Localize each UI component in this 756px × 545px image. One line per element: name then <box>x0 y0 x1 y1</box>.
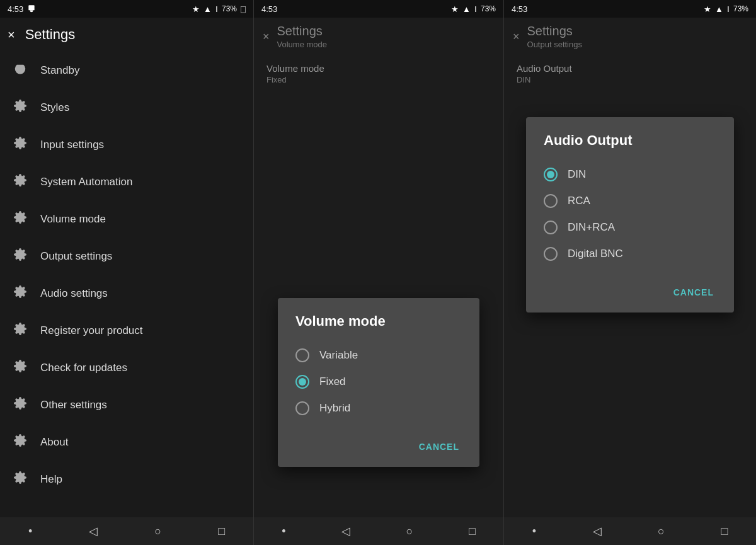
radio-digital-bnc[interactable]: Digital BNC <box>544 241 716 267</box>
settings-item-standby[interactable]: Standby <box>0 52 253 89</box>
volume-mode-dialog-title: Volume mode <box>295 313 462 330</box>
radio-hybrid[interactable]: Hybrid <box>295 395 462 422</box>
close-button-3[interactable]: × <box>513 30 520 43</box>
battery-text-2: 73% <box>481 4 496 13</box>
nav-home-1[interactable]: ○ <box>154 525 161 538</box>
status-time-2: 4:53 <box>261 4 277 14</box>
nav-back-1[interactable]: ◁ <box>89 524 98 538</box>
panel3-header: × Settings Output settings <box>504 18 756 55</box>
standby-label: Standby <box>40 64 79 77</box>
settings-list: Standby Styles Input settings System Aut… <box>0 52 253 517</box>
status-time-1: 4:53 <box>8 4 36 14</box>
settings-item-styles[interactable]: Styles <box>0 89 253 126</box>
wifi-icon: ▲ <box>203 4 212 14</box>
audio-output-setting-value: DIN <box>517 75 743 84</box>
panel3-title: Settings <box>527 24 582 38</box>
radio-circle-hybrid <box>295 401 309 415</box>
volume-mode-setting-name: Volume mode <box>266 63 491 74</box>
nav-back-3[interactable]: ◁ <box>593 524 602 538</box>
panel-output-settings: 4:53 ★ ▲ Ⅰ 73% × Settings Output setting… <box>504 0 756 545</box>
bluetooth-icon: ★ <box>192 4 200 14</box>
check-updates-label: Check for updates <box>40 362 127 374</box>
settings-item-input[interactable]: Input settings <box>0 126 253 163</box>
panel2-subtitle: Volume mode <box>277 38 328 49</box>
nav-home-3[interactable]: ○ <box>658 525 665 538</box>
panel2-header: × Settings Volume mode <box>254 18 503 55</box>
signal-icon: Ⅰ <box>215 4 218 14</box>
other-settings-label: Other settings <box>40 399 107 411</box>
nav-dot-3[interactable]: • <box>532 525 536 538</box>
svg-rect-0 <box>29 5 35 10</box>
input-settings-label: Input settings <box>40 139 104 151</box>
about-gear-icon <box>13 433 28 450</box>
settings-item-about[interactable]: About <box>0 423 253 461</box>
radio-variable[interactable]: Variable <box>295 342 462 369</box>
radio-din[interactable]: DIN <box>544 161 716 188</box>
radio-circle-variable <box>295 348 309 362</box>
settings-item-register[interactable]: Register your product <box>0 312 253 349</box>
nav-square-1[interactable]: □ <box>218 525 225 538</box>
panel1-header: × Settings <box>0 18 253 52</box>
volume-gear-icon <box>13 210 28 227</box>
radio-rca[interactable]: RCA <box>544 188 716 214</box>
close-button-1[interactable]: × <box>8 28 15 42</box>
nav-back-2[interactable]: ◁ <box>341 524 350 538</box>
panel3-content: Audio Output DIN RCA DIN+RCA Digital BNC… <box>504 92 756 517</box>
battery-text: 73% <box>222 4 237 13</box>
audio-output-setting[interactable]: Audio Output DIN <box>504 55 756 92</box>
nav-bar-2: • ◁ ○ □ <box>254 517 503 545</box>
help-gear-icon <box>13 471 28 488</box>
radio-digital-bnc-label: Digital BNC <box>568 248 623 260</box>
radio-din-rca-label: DIN+RCA <box>568 221 615 234</box>
volume-cancel-button[interactable]: CANCEL <box>416 437 462 457</box>
settings-item-volume-mode[interactable]: Volume mode <box>0 200 253 238</box>
volume-mode-dialog: Volume mode Variable Fixed Hybrid CANCEL <box>278 298 479 467</box>
styles-label: Styles <box>40 101 69 114</box>
radio-fixed-label: Fixed <box>319 376 346 388</box>
audio-output-dialog: Audio Output DIN RCA DIN+RCA Digital BNC… <box>526 117 734 313</box>
status-bar-2: 4:53 ★ ▲ Ⅰ 73% <box>254 0 503 18</box>
radio-circle-digital-bnc <box>544 247 558 261</box>
radio-hybrid-label: Hybrid <box>319 402 350 415</box>
settings-item-output[interactable]: Output settings <box>0 238 253 275</box>
settings-item-updates[interactable]: Check for updates <box>0 349 253 386</box>
styles-gear-icon <box>13 99 28 116</box>
audio-gear-icon <box>13 285 28 302</box>
about-label: About <box>40 436 68 449</box>
volume-mode-setting[interactable]: Volume mode Fixed <box>254 55 503 92</box>
bluetooth-icon-3: ★ <box>704 4 711 14</box>
nav-bar-1: • ◁ ○ □ <box>0 517 253 545</box>
radio-fixed[interactable]: Fixed <box>295 369 462 395</box>
settings-item-audio[interactable]: Audio settings <box>0 275 253 312</box>
battery-icon: ⎕ <box>241 4 246 14</box>
output-settings-label: Output settings <box>40 250 112 263</box>
nav-square-3[interactable]: □ <box>721 525 728 538</box>
settings-item-system-automation[interactable]: System Automation <box>0 163 253 200</box>
status-bar-3: 4:53 ★ ▲ Ⅰ 73% <box>504 0 756 18</box>
input-gear-icon <box>13 136 28 153</box>
radio-circle-fixed <box>295 375 309 389</box>
nav-dot-2[interactable]: • <box>282 525 285 538</box>
register-product-label: Register your product <box>40 324 143 337</box>
wifi-icon-2: ▲ <box>462 4 471 14</box>
system-automation-gear-icon <box>13 173 28 190</box>
signal-icon-3: Ⅰ <box>727 4 730 14</box>
system-automation-label: System Automation <box>40 176 132 188</box>
close-button-2[interactable]: × <box>263 30 270 43</box>
settings-item-help[interactable]: Help <box>0 461 253 498</box>
help-label: Help <box>40 473 62 486</box>
nav-home-2[interactable]: ○ <box>406 525 413 538</box>
radio-din-label: DIN <box>568 168 586 181</box>
nav-square-2[interactable]: □ <box>469 525 476 538</box>
panel-settings-menu: 4:53 ★ ▲ Ⅰ 73% ⎕ × Settings Standby Styl… <box>0 0 254 545</box>
status-icons-3: ★ ▲ Ⅰ 73% <box>704 4 748 14</box>
audio-dialog-actions: CANCEL <box>544 277 716 302</box>
power-icon <box>13 62 28 79</box>
radio-variable-label: Variable <box>319 349 358 362</box>
audio-cancel-button[interactable]: CANCEL <box>671 282 716 302</box>
radio-din-rca[interactable]: DIN+RCA <box>544 214 716 241</box>
status-icons-2: ★ ▲ Ⅰ 73% <box>451 4 496 14</box>
nav-dot-1[interactable]: • <box>28 525 32 538</box>
settings-item-other[interactable]: Other settings <box>0 386 253 423</box>
volume-dialog-actions: CANCEL <box>295 432 462 457</box>
